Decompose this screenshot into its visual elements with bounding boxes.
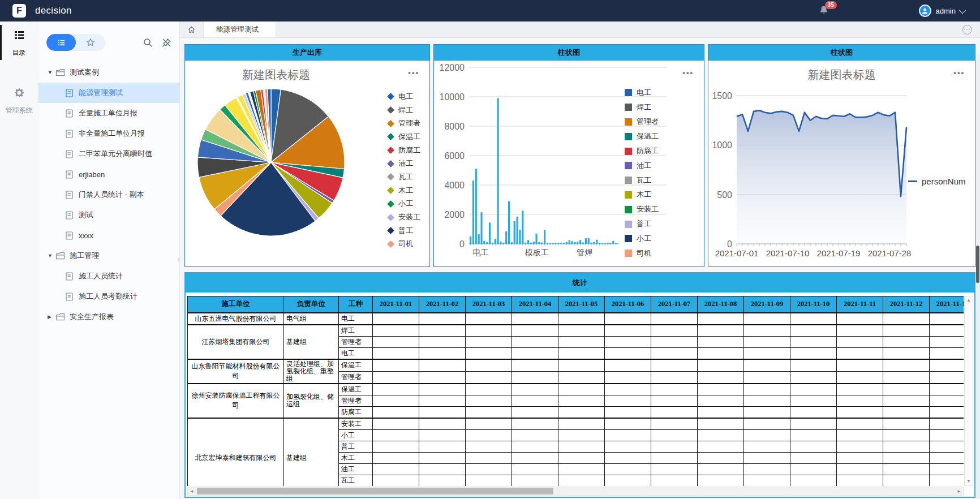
legend-item[interactable]: 防腐工 [625, 144, 659, 158]
pin-icon[interactable] [162, 38, 171, 48]
page-scroll-thumb[interactable] [976, 246, 979, 283]
value-cell [512, 452, 558, 463]
legend-label: 管理者 [637, 117, 659, 127]
report-file-icon [65, 109, 74, 118]
pie-chart-canvas[interactable] [195, 87, 347, 238]
legend-label: 小工 [637, 234, 651, 244]
value-cell [837, 452, 883, 463]
legend-item[interactable]: 司机 [388, 238, 420, 251]
tree-item-file[interactable]: 二甲苯单元分离瞬时值 [38, 144, 179, 164]
job-cell: 保温工 [339, 384, 373, 395]
tree-item-folder[interactable]: ▼测试案例 [38, 62, 179, 83]
legend-item[interactable]: 小工 [388, 197, 420, 211]
favorites-view-button[interactable] [76, 34, 105, 51]
legend-item[interactable]: 防腐工 [388, 144, 420, 157]
page-scrollbar[interactable] [975, 54, 980, 499]
legend-item[interactable]: 瓦工 [388, 170, 420, 184]
legend-item[interactable]: 油工 [625, 158, 659, 173]
tab-active[interactable]: 能源管理测试 [204, 21, 276, 37]
hscroll-thumb[interactable] [197, 488, 553, 494]
svg-text:6000: 6000 [444, 151, 465, 161]
legend-item[interactable]: 焊工 [388, 104, 420, 117]
tree-item-label: 施工人员考勤统计 [79, 291, 137, 302]
tree-item-file[interactable]: 能源管理测试 [38, 83, 179, 103]
avatar[interactable] [919, 5, 931, 17]
scroll-down-arrow-icon[interactable]: ▼ [965, 478, 973, 485]
value-cell [698, 475, 744, 486]
table-horizontal-scrollbar[interactable]: ◄ ► [187, 487, 964, 496]
legend-marker [387, 134, 394, 141]
legend-item[interactable]: 电工 [625, 85, 659, 100]
legend-item[interactable]: 瓦工 [625, 173, 659, 188]
username[interactable]: admin [936, 7, 956, 15]
pie-more-menu[interactable]: ••• [408, 68, 419, 77]
tree-item-file[interactable]: 施工人员考勤统计 [38, 286, 179, 307]
scroll-right-arrow-icon[interactable]: ► [955, 487, 963, 495]
value-cell [466, 441, 512, 452]
tree-item-file[interactable]: 施工人员统计 [38, 266, 179, 286]
table-vertical-scrollbar[interactable]: ▲ ▼ [964, 296, 973, 486]
legend-item[interactable]: 小工 [625, 231, 659, 246]
value-cell [373, 463, 419, 475]
legend-item[interactable]: 安装工 [388, 210, 420, 224]
value-cell [605, 336, 651, 347]
tree-item-folder[interactable]: ▼施工管理 [38, 246, 179, 266]
tree-item-file[interactable]: 门禁人员统计 - 副本 [38, 184, 179, 205]
value-cell [883, 384, 930, 395]
value-cell [651, 371, 698, 384]
tree-item-folder[interactable]: ▶安全生产报表 [38, 307, 179, 327]
legend-item[interactable]: 普工 [388, 224, 420, 238]
directory-icon [14, 29, 25, 41]
value-cell [512, 325, 558, 337]
area-chart-canvas[interactable]: 0500100015002021-07-012021-07-102021-07-… [708, 61, 975, 266]
column-header: 2021-11-11 [837, 296, 883, 313]
legend-label: 保温工 [398, 132, 420, 142]
widget-area: 柱状图 新建图表标题 ••• 0500100015002021-07-01202… [708, 44, 975, 267]
home-tab[interactable] [180, 21, 204, 37]
legend-item[interactable]: 油工 [388, 157, 420, 170]
caret-icon[interactable]: ▶ [48, 314, 53, 320]
chevron-down-icon[interactable] [959, 6, 966, 14]
legend-item[interactable]: 电工 [388, 90, 420, 104]
legend-item[interactable]: personNum [908, 177, 966, 186]
value-cell [837, 325, 883, 337]
tree-item-file[interactable]: 全量施工单位月报 [38, 103, 179, 123]
value-cell [837, 395, 883, 406]
legend-item[interactable]: 保温工 [625, 129, 659, 144]
scroll-up-arrow-icon[interactable]: ▲ [965, 296, 973, 304]
tree-item-file[interactable]: xxxx [38, 225, 179, 246]
value-cell [558, 463, 605, 475]
scroll-left-arrow-icon[interactable]: ◄ [188, 487, 196, 495]
legend-item[interactable]: 司机 [625, 246, 659, 261]
tree-item-file[interactable]: 测试 [38, 205, 179, 225]
rail-item-directory[interactable]: 目录 [0, 21, 38, 63]
list-view-button[interactable] [46, 34, 76, 51]
legend-item[interactable]: 木工 [625, 188, 659, 203]
notifications-button[interactable]: 35 [819, 5, 828, 16]
tab-overflow-button[interactable]: ··· [962, 25, 972, 35]
svg-text:2000: 2000 [444, 210, 465, 220]
caret-icon[interactable]: ▼ [48, 70, 53, 75]
search-icon[interactable] [143, 38, 153, 48]
value-cell [837, 384, 883, 395]
legend-item[interactable]: 安装工 [625, 202, 659, 217]
value-cell [651, 395, 698, 406]
value-cell [605, 384, 651, 395]
legend-item[interactable]: 焊工 [625, 100, 659, 115]
legend-item[interactable]: 保温工 [388, 130, 420, 144]
legend-item[interactable]: 管理者 [625, 115, 659, 130]
tree-item-label: 非全量施工单位月报 [79, 128, 145, 139]
legend-item[interactable]: 木工 [388, 184, 420, 197]
value-cell [790, 406, 837, 418]
legend-item[interactable]: 普工 [625, 217, 659, 231]
bar-chart-canvas[interactable]: 020004000600080001000012000电工模板工管焊 [434, 61, 704, 266]
rail-item-admin[interactable]: 管理系统 [0, 79, 38, 121]
tree-item-file[interactable]: 非全量施工单位月报 [38, 123, 179, 144]
legend-item[interactable]: 管理者 [388, 117, 420, 130]
value-cell [419, 429, 466, 441]
tree-item-file[interactable]: erjiaben [38, 164, 179, 184]
tree-item-label: 全量施工单位月报 [79, 108, 137, 118]
caret-icon[interactable]: ▼ [48, 253, 53, 259]
value-cell [466, 336, 512, 347]
value-cell [883, 475, 930, 486]
